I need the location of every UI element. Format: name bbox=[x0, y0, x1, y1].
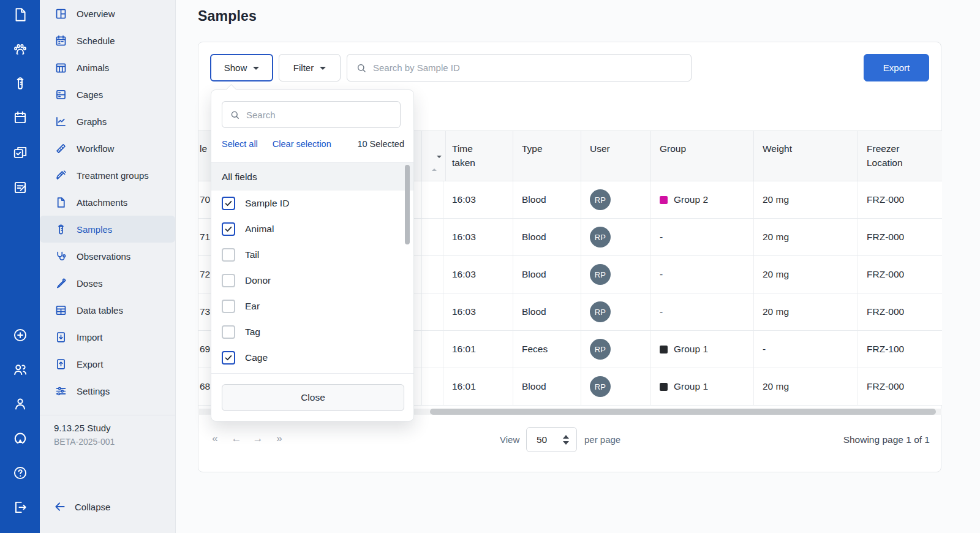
col-type[interactable]: Type bbox=[513, 131, 581, 181]
collapse-button[interactable]: Collapse bbox=[54, 501, 110, 513]
first-page-button[interactable]: « bbox=[208, 429, 222, 448]
checkbox[interactable] bbox=[222, 300, 235, 313]
sidebar-item-workflow[interactable]: Workflow bbox=[40, 135, 175, 162]
sidebar-item-observations[interactable]: Observations bbox=[40, 243, 175, 270]
sidebar-item-animals[interactable]: Animals bbox=[40, 54, 175, 81]
cell-animal-clipped bbox=[422, 219, 443, 255]
next-page-button[interactable]: → bbox=[251, 429, 265, 448]
cell-weight: 20 mg bbox=[754, 256, 858, 293]
sidebar-item-treatment-groups[interactable]: Treatment groups bbox=[40, 162, 175, 189]
sidebar-item-overview[interactable]: Overview bbox=[40, 0, 175, 27]
sidebar-item-doses[interactable]: Doses bbox=[40, 270, 175, 297]
cell-group: - bbox=[651, 219, 754, 255]
dropdown-actions: Select all Clear selection 10 Selected bbox=[222, 139, 404, 149]
checkbox[interactable] bbox=[222, 274, 235, 287]
help-icon[interactable] bbox=[0, 459, 40, 486]
page-size-stepper[interactable]: 50 bbox=[526, 427, 577, 452]
cell-time-taken: 16:03 bbox=[443, 181, 513, 218]
sidebar-item-label: Export bbox=[77, 359, 103, 369]
col-group[interactable]: Group bbox=[651, 131, 754, 181]
sidebar-item-export[interactable]: Export bbox=[40, 350, 175, 377]
notes-icon[interactable] bbox=[0, 174, 40, 201]
cell-group: Group 1 bbox=[651, 331, 754, 368]
dropdown-search-input[interactable] bbox=[246, 110, 393, 120]
col-time-taken[interactable]: Time taken bbox=[443, 131, 513, 181]
dropdown-scrollbar[interactable] bbox=[405, 165, 410, 368]
sidebar-item-label: Schedule bbox=[77, 36, 115, 46]
sidebar-item-samples[interactable]: Samples bbox=[40, 216, 175, 243]
clear-selection-link[interactable]: Clear selection bbox=[273, 139, 331, 149]
divider bbox=[211, 373, 413, 374]
option-donor[interactable]: Donor bbox=[211, 268, 413, 293]
checkbox[interactable] bbox=[222, 248, 235, 262]
cell-user: RP bbox=[581, 368, 651, 405]
select-all-link[interactable]: Select all bbox=[222, 139, 258, 149]
sidebar-item-attachments[interactable]: Attachments bbox=[40, 189, 175, 216]
cell-type: Feces bbox=[513, 331, 581, 368]
scrollbar-thumb[interactable] bbox=[430, 409, 936, 415]
schedule-calendar-icon[interactable] bbox=[0, 104, 40, 131]
filter-button[interactable]: Filter bbox=[279, 54, 341, 81]
sidebar-item-schedule[interactable]: Schedule bbox=[40, 27, 175, 54]
cell-freezer-location: FRZ-000 bbox=[858, 219, 942, 255]
col-weight[interactable]: Weight bbox=[754, 131, 858, 181]
selected-count: 10 Selected bbox=[357, 139, 404, 149]
group-color-swatch bbox=[660, 196, 668, 204]
sidebar-item-data-tables[interactable]: Data tables bbox=[40, 297, 175, 323]
option-label: Cage bbox=[245, 352, 268, 363]
option-ear[interactable]: Ear bbox=[211, 293, 413, 319]
cell-group: - bbox=[651, 256, 754, 293]
workflow-icon bbox=[54, 142, 67, 155]
data-tables-icon bbox=[54, 303, 67, 317]
import-icon bbox=[54, 330, 67, 344]
pagination: « ← → » bbox=[208, 429, 286, 448]
tasks-icon[interactable] bbox=[0, 139, 40, 166]
option-tag[interactable]: Tag bbox=[211, 319, 413, 345]
close-button[interactable]: Close bbox=[222, 384, 404, 411]
sidebar-item-import[interactable]: Import bbox=[40, 323, 175, 350]
sample-search bbox=[347, 54, 692, 81]
cell-weight: - bbox=[754, 331, 858, 368]
sidebar-item-cages[interactable]: Cages bbox=[40, 81, 175, 108]
sample-search-input[interactable] bbox=[373, 62, 682, 73]
col-freezer-location[interactable]: Freezer Location bbox=[858, 131, 942, 181]
option-label: Tail bbox=[245, 249, 259, 260]
create-plus-icon[interactable] bbox=[0, 322, 40, 349]
cell-user: RP bbox=[581, 331, 651, 368]
account-icon[interactable] bbox=[0, 390, 40, 417]
announcements-icon[interactable] bbox=[0, 425, 40, 452]
col-animal-clipped[interactable] bbox=[422, 131, 446, 181]
option-cage[interactable]: Cage bbox=[211, 345, 413, 371]
checkbox[interactable] bbox=[222, 325, 235, 339]
cell-weight: 20 mg bbox=[754, 181, 858, 218]
doses-icon bbox=[54, 276, 67, 290]
option-label: Tag bbox=[245, 327, 260, 338]
show-button[interactable]: Show bbox=[210, 54, 273, 81]
group-color-swatch bbox=[660, 346, 668, 353]
option-sample-id[interactable]: Sample ID bbox=[211, 191, 413, 216]
col-user[interactable]: User bbox=[581, 131, 651, 181]
checkbox[interactable] bbox=[222, 351, 235, 365]
team-icon[interactable] bbox=[0, 356, 40, 383]
logout-icon[interactable] bbox=[0, 494, 40, 521]
graphs-icon bbox=[54, 115, 67, 128]
animals-paw-icon[interactable] bbox=[0, 36, 40, 62]
checkbox[interactable] bbox=[222, 197, 235, 210]
cell-user: RP bbox=[581, 293, 651, 330]
prev-page-button[interactable]: ← bbox=[230, 429, 243, 448]
scrollbar-thumb[interactable] bbox=[405, 165, 410, 244]
sidebar-item-graphs[interactable]: Graphs bbox=[40, 108, 175, 135]
documents-icon[interactable] bbox=[0, 1, 40, 28]
cell-weight: 20 mg bbox=[754, 293, 858, 330]
checkbox[interactable] bbox=[222, 222, 235, 236]
export-button[interactable]: Export bbox=[864, 54, 929, 81]
stepper-arrows-icon[interactable] bbox=[563, 435, 569, 445]
sidebar-divider bbox=[40, 415, 176, 415]
treatment-groups-icon bbox=[54, 168, 67, 182]
option-animal[interactable]: Animal bbox=[211, 216, 413, 242]
last-page-button[interactable]: » bbox=[273, 429, 286, 448]
option-tail[interactable]: Tail bbox=[211, 242, 413, 268]
samples-tube-icon[interactable] bbox=[0, 70, 40, 97]
sidebar-item-settings[interactable]: Settings bbox=[40, 377, 175, 404]
option-label: Animal bbox=[245, 224, 274, 235]
